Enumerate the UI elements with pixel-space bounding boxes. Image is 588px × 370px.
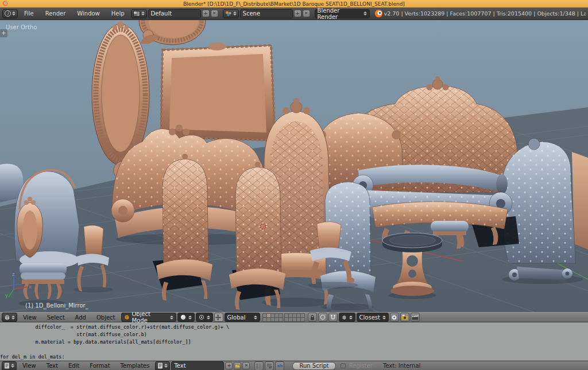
vp-menu-object[interactable]: Object [92, 314, 120, 321]
run-script-label: Run Script [299, 363, 328, 369]
active-object-label: (1) 1D_Belloni_Mirror_ [25, 302, 88, 309]
axis-mini-widget: z x y [3, 271, 32, 299]
layer-cell[interactable] [278, 317, 283, 322]
axis-y-label: y [5, 293, 8, 298]
viewport-3d[interactable]: User Ortho + (1) 1D_Belloni_Mirror_ z x … [0, 20, 588, 312]
window-title: Blender* [D:\1D\1D_F\_Distribute\BMarket… [183, 1, 405, 7]
updown-arrows-icon [11, 364, 14, 368]
menu-render[interactable]: Render [40, 10, 71, 17]
magnet-icon [330, 314, 336, 321]
unlink-text-button[interactable]: ✕ [242, 362, 250, 369]
snap-element-icon [342, 315, 347, 320]
snap-target-button[interactable] [390, 313, 399, 322]
vp-menu-select[interactable]: Select [42, 314, 69, 321]
layers-widget [263, 313, 305, 321]
blender-logo-icon [374, 9, 383, 18]
toolshelf-open-tab[interactable]: + [0, 29, 7, 37]
updown-arrows-icon [11, 316, 15, 320]
te-menu-text[interactable]: Text [42, 363, 63, 369]
text-datablock-field[interactable]: Text [171, 361, 224, 370]
syntax-highlight-toggle[interactable]: ab [275, 361, 284, 370]
layer-block-2 [285, 313, 305, 321]
line-numbers-toggle[interactable] [254, 361, 264, 370]
menu-file[interactable]: File [19, 10, 39, 17]
orientation-value: Global [227, 314, 246, 321]
text-datablock-browse-button[interactable] [155, 361, 170, 370]
register-checkbox[interactable] [341, 363, 346, 368]
updown-arrows-icon [170, 316, 173, 320]
code-line [0, 346, 588, 353]
scene-field[interactable]: Scene [240, 9, 293, 18]
te-menu-view[interactable]: View [18, 363, 41, 369]
word-wrap-icon [266, 363, 272, 369]
scene-icon [225, 11, 232, 17]
text-datablock-value: Text [174, 363, 185, 369]
text-editor-header: View Text Edit Format Templates Text + ✕… [0, 361, 588, 370]
render-animation-button[interactable] [411, 313, 420, 322]
screen-layout-browse-button[interactable] [131, 9, 147, 18]
camera-icon [401, 314, 408, 320]
folder-icon [235, 364, 240, 368]
pivot-point-select[interactable] [196, 313, 213, 322]
te-menu-format[interactable]: Format [85, 363, 114, 369]
viewport-shading-select[interactable] [177, 313, 195, 322]
te-menu-templates[interactable]: Templates [116, 363, 154, 369]
close-scene-button[interactable]: ✕ [303, 10, 310, 17]
screen-layout-field[interactable]: Default [148, 9, 201, 18]
text-editor-icon [4, 363, 10, 369]
code-line: diffcolor_ = str(mat.diffuse_color.r)+st… [0, 324, 588, 331]
object-mode-icon [124, 314, 130, 320]
editor-type-selector[interactable] [2, 313, 17, 322]
snap-target-icon [391, 314, 397, 321]
new-text-button[interactable]: + [225, 362, 233, 369]
code-line: for del_m in del_mats: [0, 353, 588, 361]
snap-mode-select[interactable]: Closest [357, 313, 389, 322]
mode-value: Object Mode [131, 311, 167, 324]
snap-element-select[interactable] [339, 313, 355, 322]
render-opengl-button[interactable] [400, 313, 409, 322]
blender-window: Blender* [D:\1D\1D_F\_Distribute\BMarket… [0, 0, 588, 370]
title-bar: Blender* [D:\1D\1D_F\_Distribute\BMarket… [0, 0, 588, 7]
proportional-edit-toggle[interactable] [318, 313, 327, 322]
screen-layout-value: Default [151, 10, 172, 17]
scene-lock-toggle[interactable] [308, 313, 317, 322]
word-wrap-toggle[interactable] [265, 361, 274, 370]
viewport-header: View Select Add Object Object Mode Globa… [0, 312, 588, 322]
run-script-button[interactable]: Run Script [292, 362, 335, 370]
transform-orientation-select[interactable]: Global [225, 313, 260, 322]
viewport-scene[interactable] [0, 20, 588, 312]
text-status-label: Text: Internal [380, 363, 424, 369]
text-file-icon [157, 363, 163, 369]
menu-window[interactable]: Window [72, 10, 105, 17]
scene-browse-button[interactable] [223, 9, 239, 18]
translate-manipulator-icon [215, 314, 222, 321]
manipulator-toggle[interactable] [214, 313, 223, 322]
updown-arrows-icon [141, 11, 145, 15]
editor-type-selector[interactable]: i [2, 9, 18, 18]
updown-arrows-icon [188, 316, 192, 320]
mode-select[interactable]: Object Mode [121, 313, 176, 322]
te-menu-edit[interactable]: Edit [64, 363, 84, 369]
editor-type-selector[interactable] [2, 361, 17, 370]
render-engine-select[interactable]: Blender Render [315, 9, 370, 18]
text-editor[interactable]: diffcolor_ = str(mat.diffuse_color.r)+st… [0, 322, 588, 361]
vp-menu-view[interactable]: View [18, 314, 41, 321]
add-layout-button[interactable]: + [202, 10, 210, 17]
code-line: m.material = bpy.data.materials[all_mats… [0, 338, 588, 346]
scene-value: Scene [243, 10, 261, 17]
scroll-chair-right-model[interactable] [502, 138, 588, 284]
snap-toggle[interactable] [328, 313, 338, 322]
open-text-button[interactable] [234, 362, 241, 369]
updown-arrows-icon [349, 316, 353, 320]
lock-icon [310, 314, 315, 321]
layer-cell[interactable] [300, 317, 305, 322]
axis-x-label: x [29, 285, 32, 290]
add-scene-button[interactable]: + [294, 10, 301, 17]
register-label: Register [347, 363, 375, 369]
line-numbers-icon [256, 363, 262, 369]
vp-menu-add[interactable]: Add [71, 314, 91, 321]
close-layout-button[interactable]: ✕ [211, 10, 218, 17]
scene-statistics: v2.70 | Verts:1023289 | Faces:1007707 | … [384, 10, 586, 17]
updown-arrows-icon [12, 11, 16, 15]
menu-help[interactable]: Help [106, 10, 130, 17]
